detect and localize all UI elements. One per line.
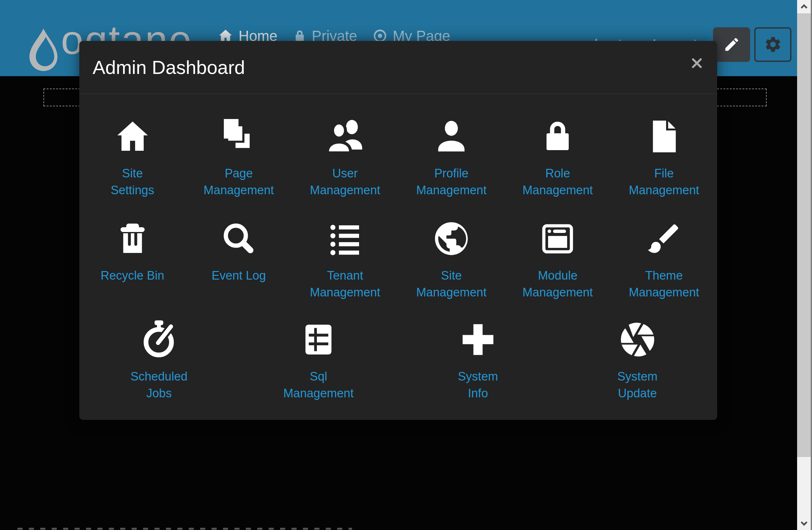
tile-site-settings[interactable]: Site Settings bbox=[79, 114, 186, 199]
close-button[interactable] bbox=[689, 56, 705, 71]
person-icon bbox=[431, 114, 472, 159]
tile-label: Tenant Management bbox=[310, 267, 380, 301]
water-drop-logo-icon bbox=[25, 25, 62, 75]
modal-header: Admin Dashboard bbox=[79, 41, 717, 94]
tile-label: Site Settings bbox=[111, 165, 154, 199]
plus-icon bbox=[459, 317, 497, 362]
timer-icon bbox=[138, 317, 180, 362]
search-icon bbox=[220, 216, 258, 261]
tile-recycle-bin[interactable]: Recycle Bin bbox=[79, 216, 186, 301]
shutter-icon bbox=[618, 317, 657, 362]
tile-label: System Info bbox=[458, 368, 498, 402]
tile-user-management[interactable]: User Management bbox=[292, 114, 398, 199]
tile-page-management[interactable]: Page Management bbox=[186, 114, 292, 199]
tile-label: Role Management bbox=[522, 165, 593, 199]
people-icon bbox=[324, 114, 366, 159]
tile-scheduled-jobs[interactable]: Scheduled Jobs bbox=[79, 317, 239, 402]
scrollbar-thumb[interactable] bbox=[797, 13, 811, 457]
tile-label: Module Management bbox=[522, 267, 593, 301]
tile-file-management[interactable]: File Management bbox=[611, 114, 717, 199]
tile-label: Profile Management bbox=[416, 165, 487, 199]
tile-label: Scheduled Jobs bbox=[131, 368, 188, 402]
home-icon bbox=[114, 114, 151, 159]
tile-row: Recycle Bin Event Log Tenant Management … bbox=[79, 199, 717, 301]
pencil-icon bbox=[723, 36, 740, 53]
globe-icon bbox=[432, 216, 471, 261]
tile-event-log[interactable]: Event Log bbox=[186, 216, 292, 301]
tile-role-management[interactable]: Role Management bbox=[505, 114, 611, 199]
brush-icon bbox=[645, 216, 683, 261]
tile-system-info[interactable]: System Info bbox=[398, 317, 558, 402]
scroll-down-button[interactable] bbox=[797, 517, 811, 530]
gear-icon bbox=[764, 35, 782, 54]
tile-label: Theme Management bbox=[629, 267, 699, 301]
window-icon bbox=[539, 216, 577, 261]
vertical-scrollbar[interactable] bbox=[797, 0, 811, 530]
tile-theme-management[interactable]: Theme Management bbox=[611, 216, 717, 301]
list-icon bbox=[326, 216, 364, 261]
tile-row: Scheduled Jobs Sql Management System Inf… bbox=[79, 301, 717, 402]
tile-label: Page Management bbox=[204, 165, 274, 199]
chevron-up-icon bbox=[799, 2, 809, 11]
table-icon bbox=[300, 317, 337, 362]
tile-tenant-management[interactable]: Tenant Management bbox=[292, 216, 398, 301]
admin-tile-grid: Site Settings Page Management User Manag… bbox=[79, 94, 717, 402]
tile-row: Site Settings Page Management User Manag… bbox=[79, 94, 717, 199]
tile-module-management[interactable]: Module Management bbox=[505, 216, 611, 301]
close-icon bbox=[690, 57, 704, 70]
tile-label: User Management bbox=[310, 165, 380, 199]
page-settings-button[interactable] bbox=[754, 27, 792, 62]
tile-site-management[interactable]: Site Management bbox=[398, 216, 505, 301]
tile-label: Sql Management bbox=[283, 368, 354, 402]
tile-label: Site Management bbox=[416, 267, 487, 301]
window-edge bbox=[811, 0, 812, 530]
tile-label: Recycle Bin bbox=[101, 267, 164, 284]
edit-mode-button[interactable] bbox=[713, 27, 750, 62]
scroll-up-button[interactable] bbox=[797, 0, 811, 13]
trash-icon bbox=[114, 216, 151, 261]
tile-system-update[interactable]: System Update bbox=[557, 317, 717, 402]
tile-profile-management[interactable]: Profile Management bbox=[398, 114, 505, 199]
file-icon bbox=[645, 114, 683, 159]
chevron-down-icon bbox=[799, 519, 809, 528]
admin-dashboard-modal: Admin Dashboard Site Settings Page Manag… bbox=[79, 41, 717, 420]
tile-label: File Management bbox=[629, 165, 699, 199]
tile-sql-management[interactable]: Sql Management bbox=[239, 317, 398, 402]
pages-icon bbox=[218, 114, 260, 159]
tile-label: Event Log bbox=[212, 267, 266, 284]
lock-icon bbox=[539, 114, 577, 159]
modal-title: Admin Dashboard bbox=[92, 57, 245, 78]
clipped-content-fragment bbox=[17, 528, 352, 530]
tile-label: System Update bbox=[617, 368, 657, 402]
